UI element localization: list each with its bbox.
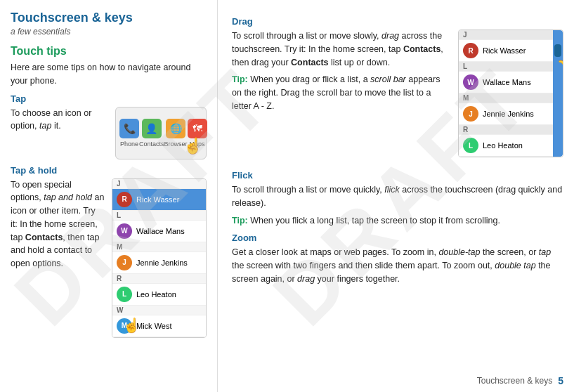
contacts-app-icon: 👤 — [142, 119, 162, 138]
contact-name-mick: Mick West — [136, 322, 172, 330]
contact-name-jennie: Jennie Jenkins — [136, 259, 188, 267]
flick-tip-label: Tip: — [232, 216, 248, 226]
page-subtitle: a few essentials — [11, 27, 207, 37]
drag-contact-leo: L Leo Heaton — [459, 135, 563, 157]
zoom-text: Get a closer look at maps or web pages. … — [232, 246, 563, 285]
contact-name-wallace: Wallace Mans — [136, 227, 185, 235]
footer-label: Touchscreen & keys — [477, 376, 552, 386]
drag-contacts-list: J R Rick Wasser L W Wallace Mans M J Jen… — [458, 30, 563, 157]
drag-avatar-jennie: J — [463, 106, 478, 122]
flick-heading: Flick — [232, 170, 563, 181]
phone-mockup: 📞 Phone 👤 Contacts 🌐 Browser 🗺 Maps ☝️ — [115, 107, 207, 159]
browser-app-icon: 🌐 — [166, 119, 185, 138]
tap-hold-text-block: To open special options, tap and hold an… — [11, 178, 105, 275]
drag-avatar-wallace: W — [463, 74, 478, 90]
letter-m: M — [112, 242, 206, 252]
right-column: Drag J R Rick Wasser L W Wallace Mans M … — [218, 0, 574, 392]
flick-section: Flick To scroll through a list or move q… — [232, 170, 563, 227]
phone-label: Phone — [120, 141, 138, 148]
tap-hold-hand-icon: ☝️ — [123, 317, 141, 334]
drag-contact-name-jennie: Jennie Jenkins — [483, 110, 534, 118]
contacts-label: Contacts — [139, 141, 164, 148]
phone-icon-phone: 📞 Phone — [119, 119, 139, 148]
drag-contact-name-rick: Rick Wasser — [483, 46, 526, 55]
avatar-jennie: J — [117, 255, 132, 270]
flick-tip: Tip: When you flick a long list, tap the… — [232, 214, 563, 228]
left-column: Touchscreen & keys a few essentials Touc… — [0, 0, 218, 392]
tap-hold-section-wrapper: Tap & hold To open special options, tap … — [11, 165, 207, 338]
avatar-wallace: W — [117, 223, 132, 239]
page-container: DRAFT DRAFT Touchscreen & keys a few ess… — [0, 0, 574, 392]
contact-wallace: W Wallace Mans — [112, 221, 206, 242]
drag-tip-label: Tip: — [232, 74, 248, 84]
drag-letter-r: R — [459, 125, 563, 135]
contact-name-leo: Leo Heaton — [136, 290, 176, 299]
letter-w: W — [112, 306, 206, 315]
drag-avatar-leo: L — [463, 138, 478, 153]
phone-icon-contacts: 👤 Contacts — [139, 119, 164, 148]
letter-l: L — [112, 211, 206, 221]
maps-app-icon: 🗺 — [188, 119, 207, 138]
touch-tips-intro: Here are some tips on how to navigate ar… — [11, 61, 207, 88]
letter-r: R — [112, 274, 206, 284]
letter-j: J — [112, 179, 206, 189]
tap-hold-heading: Tap & hold — [11, 165, 207, 176]
drag-hand-icon: 👆 — [556, 51, 563, 70]
tap-heading: Tap — [11, 93, 207, 104]
zoom-section: Zoom Get a closer look at maps or web pa… — [232, 233, 563, 285]
contact-rick-wasser: R Rick Wasser — [112, 189, 206, 211]
drag-scrollbar — [553, 30, 563, 157]
contact-leo: L Leo Heaton — [112, 284, 206, 306]
contact-jennie: J Jennie Jenkins — [112, 252, 206, 274]
drag-contact-name-leo: Leo Heaton — [483, 141, 523, 150]
flick-text: To scroll through a list or move quickly… — [232, 183, 563, 210]
touch-tips-heading: Touch tips — [11, 45, 207, 58]
drag-heading: Drag — [232, 16, 563, 27]
page-title: Touchscreen & keys — [11, 11, 207, 25]
tap-hold-contacts-list: J R Rick Wasser L W Wallace Mans M J Jen… — [112, 178, 207, 338]
contact-name-rick: Rick Wasser — [136, 195, 179, 204]
tap-hold-text: To open special options, tap and hold an… — [11, 178, 105, 270]
zoom-heading: Zoom — [232, 233, 563, 243]
tap-hold-content: To open special options, tap and hold an… — [11, 178, 207, 338]
drag-letter-l: L — [459, 62, 563, 72]
drag-letter-m: M — [459, 93, 563, 103]
drag-avatar-rick: R — [463, 43, 478, 58]
avatar-leo: L — [117, 287, 132, 302]
drag-contact-rick: R Rick Wasser — [459, 40, 563, 62]
drag-contact-name-wallace: Wallace Mans — [483, 78, 531, 86]
page-number: 5 — [558, 375, 563, 386]
drag-contact-jennie: J Jennie Jenkins — [459, 103, 563, 125]
tap-hand-icon: ☝️ — [183, 137, 202, 155]
page-footer: Touchscreen & keys 5 — [477, 375, 563, 386]
drag-contact-wallace: W Wallace Mans — [459, 72, 563, 93]
tap-text: To choose an icon or option, tap it. — [11, 107, 110, 133]
phone-app-icon: 📞 — [119, 119, 139, 138]
drag-section: Drag J R Rick Wasser L W Wallace Mans M … — [232, 11, 563, 164]
drag-letter-j: J — [459, 30, 563, 40]
avatar-rick: R — [117, 192, 132, 207]
